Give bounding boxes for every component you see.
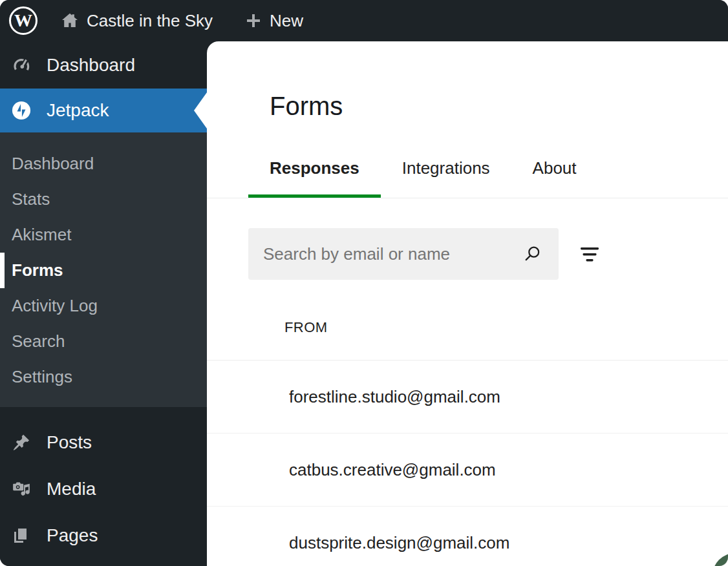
pages-icon [12, 526, 31, 545]
site-name-link[interactable]: Castle in the Sky [60, 0, 213, 41]
wordpress-logo[interactable]: W [9, 6, 37, 35]
table-row[interactable]: dustsprite.design@gmail.com [207, 507, 728, 566]
search-box [248, 228, 559, 280]
active-tab-underline [248, 194, 381, 198]
new-link[interactable]: New [244, 0, 303, 41]
row-email: catbus.creative@gmail.com [289, 460, 496, 480]
plus-icon [244, 12, 262, 30]
tab-label: Responses [270, 158, 359, 178]
tab-about[interactable]: About [511, 147, 598, 198]
filter-button[interactable] [581, 243, 599, 266]
submenu-label: Activity Log [12, 296, 98, 316]
submenu-item-settings[interactable]: Settings [0, 359, 207, 395]
menu-bottom-section: Posts Media [0, 407, 207, 559]
submenu-item-dashboard[interactable]: Dashboard [0, 146, 207, 182]
menu-label-dashboard: Dashboard [47, 55, 135, 76]
menu-item-posts[interactable]: Posts [0, 419, 207, 466]
search-icon[interactable] [522, 244, 543, 264]
submenu-label: Settings [12, 367, 72, 387]
active-item-marker [0, 253, 5, 288]
submenu-item-stats[interactable]: Stats [0, 182, 207, 217]
filter-icon [581, 243, 599, 266]
submenu-item-forms[interactable]: Forms [0, 253, 207, 288]
submenu-label: Dashboard [12, 154, 94, 174]
jetpack-submenu: Dashboard Stats Akismet Forms Activity L… [0, 132, 207, 407]
jetpack-icon [12, 101, 31, 120]
wordpress-admin: W Castle in the Sky New Dashbo [0, 0, 728, 566]
admin-menu: Dashboard Jetpack Dashboard Stats [0, 41, 207, 566]
pushpin-icon [12, 433, 31, 452]
submenu-label: Stats [12, 189, 50, 209]
menu-label-jetpack: Jetpack [47, 100, 109, 121]
tab-integrations[interactable]: Integrations [381, 147, 511, 198]
menu-item-dashboard[interactable]: Dashboard [0, 41, 207, 89]
submenu-label: Forms [12, 260, 63, 280]
wordpress-w-glyph: W [14, 12, 32, 30]
page-title: Forms [270, 93, 343, 119]
submenu-label: Akismet [12, 225, 71, 245]
home-icon [60, 11, 80, 30]
submenu-item-search[interactable]: Search [0, 324, 207, 359]
menu-label-posts: Posts [47, 432, 92, 453]
menu-label-pages: Pages [47, 525, 98, 546]
admin-bar: W Castle in the Sky New [0, 0, 728, 41]
tab-label: About [533, 158, 577, 178]
column-header-from: FROM [284, 319, 327, 336]
site-name-label: Castle in the Sky [87, 11, 213, 31]
menu-label-media: Media [47, 479, 96, 499]
table-row[interactable]: forestline.studio@gmail.com [207, 361, 728, 434]
table-row[interactable]: catbus.creative@gmail.com [207, 434, 728, 507]
row-email: forestline.studio@gmail.com [289, 387, 500, 407]
submenu-item-akismet[interactable]: Akismet [0, 217, 207, 253]
search-input[interactable] [248, 228, 559, 280]
tab-bar: Responses Integrations About [207, 147, 728, 198]
menu-item-jetpack[interactable]: Jetpack [0, 89, 207, 132]
tab-label: Integrations [402, 158, 490, 178]
new-label: New [270, 11, 303, 31]
submenu-label: Search [12, 331, 65, 351]
menu-item-media[interactable]: Media [0, 466, 207, 512]
dashboard-gauge-icon [12, 56, 31, 75]
content-panel: Forms Responses Integrations About [207, 41, 728, 566]
tab-responses[interactable]: Responses [248, 147, 381, 198]
row-email: dustsprite.design@gmail.com [289, 533, 509, 553]
responses-table: forestline.studio@gmail.com catbus.creat… [207, 361, 728, 566]
menu-item-pages[interactable]: Pages [0, 512, 207, 559]
submenu-item-activity-log[interactable]: Activity Log [0, 288, 207, 324]
media-icon [12, 479, 31, 499]
